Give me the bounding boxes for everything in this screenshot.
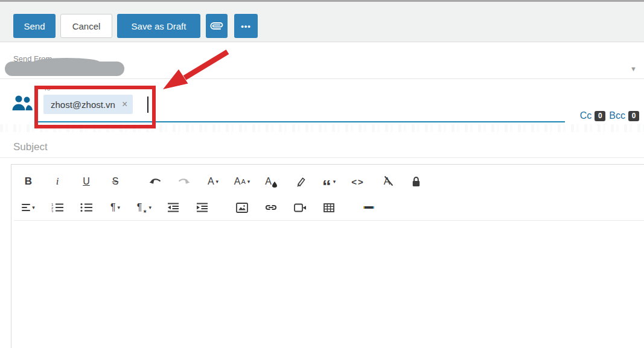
font-color-button[interactable]: A [259, 171, 283, 192]
indent-button[interactable] [190, 197, 214, 218]
font-size-icon: A [234, 176, 241, 187]
ellipsis-icon: ••• [241, 22, 251, 31]
send-button[interactable]: Send [13, 14, 56, 38]
align-icon [22, 204, 30, 211]
quote-button[interactable]: “▾ [317, 171, 341, 192]
underline-icon: U [83, 176, 90, 187]
link-icon [264, 204, 278, 211]
outdent-button[interactable] [161, 197, 185, 218]
format-toolbar-row2: ▾ 123 ¶▾ ¶★▾ [16, 197, 386, 218]
bold-button[interactable]: B [16, 171, 40, 192]
format-toolbar-row1: B i U S A▾ AA▾ A “▾ <> A [16, 171, 433, 192]
compose-window: Send Cancel Save as Draft ••• Send From … [0, 0, 644, 348]
cc-bcc-controls: Cc 0 Bcc 0 [580, 110, 639, 121]
attach-file-button[interactable] [206, 14, 228, 38]
redo-button[interactable] [172, 171, 196, 192]
paperclip-icon [208, 17, 225, 34]
text-cursor [147, 96, 148, 113]
image-icon [236, 203, 248, 213]
bcc-count-badge: 0 [628, 111, 639, 121]
cancel-button[interactable]: Cancel [60, 14, 112, 38]
to-label: To [43, 84, 51, 92]
insert-image-button[interactable] [230, 197, 254, 218]
insert-table-button[interactable] [317, 197, 341, 218]
save-as-draft-button[interactable]: Save as Draft [117, 14, 200, 38]
subject-input[interactable] [13, 139, 635, 156]
bcc-toggle[interactable]: Bcc [609, 110, 625, 121]
font-size-button[interactable]: AA▾ [230, 171, 254, 192]
italic-icon: i [56, 176, 59, 188]
outdent-icon [167, 203, 179, 212]
indent-icon [196, 203, 208, 212]
table-icon [324, 203, 334, 212]
undo-button[interactable] [143, 171, 167, 192]
people-icon [11, 94, 33, 112]
recipient-email: zhost@zhost.vn [51, 100, 115, 110]
highlighter-icon [294, 176, 306, 188]
subject-divider [0, 157, 644, 158]
align-button[interactable]: ▾ [16, 197, 40, 218]
caret-icon: ▾ [333, 179, 336, 185]
paragraph-direction-button[interactable]: ¶▾ [103, 197, 127, 218]
bullet-list-button[interactable] [74, 197, 98, 218]
font-family-button[interactable]: A▾ [201, 171, 225, 192]
italic-button[interactable]: i [45, 171, 69, 192]
font-size-small-icon: A [241, 178, 245, 185]
bold-icon: B [25, 176, 32, 188]
cc-toggle[interactable]: Cc [580, 110, 592, 121]
more-options-button[interactable]: ••• [234, 14, 258, 38]
underline-button[interactable]: U [74, 171, 98, 192]
bullet-list-icon [80, 203, 92, 212]
compose-toolbar: Send Cancel Save as Draft ••• [0, 0, 644, 42]
redacted-sender-address-blob [33, 58, 100, 66]
svg-text:3: 3 [51, 210, 54, 213]
insert-link-button[interactable] [259, 197, 283, 218]
ordered-list-icon: 123 [51, 203, 63, 212]
video-camera-icon [294, 203, 307, 212]
contacts-picker-button[interactable] [11, 94, 33, 115]
horizontal-rule-icon [363, 206, 374, 209]
caret-icon: ▾ [118, 204, 121, 210]
caret-icon: ▾ [32, 204, 35, 210]
caret-icon: ▾ [149, 204, 152, 210]
message-editor: B i U S A▾ AA▾ A “▾ <> A [11, 164, 644, 348]
font-family-icon: A [208, 176, 214, 187]
insert-code-button[interactable]: <> [346, 171, 370, 192]
cc-count-badge: 0 [595, 111, 605, 121]
recipient-chip[interactable]: zhost@zhost.vn × [43, 95, 133, 114]
undo-icon [148, 177, 162, 186]
strikethrough-button[interactable]: S [103, 171, 127, 192]
font-color-icon: A [265, 176, 272, 187]
paragraph-style-button[interactable]: ¶★▾ [132, 197, 156, 218]
caret-icon: ▾ [247, 179, 250, 185]
annotation-arrow [156, 46, 233, 96]
star-icon: ★ [142, 209, 147, 214]
lock-button[interactable] [404, 171, 428, 192]
strikethrough-icon: S [112, 176, 119, 187]
paragraph-icon: ¶ [110, 202, 116, 213]
code-icon: <> [351, 177, 365, 187]
insert-video-button[interactable] [288, 197, 312, 218]
horizontal-rule-button[interactable] [357, 197, 381, 218]
message-body-area[interactable] [11, 221, 644, 348]
sender-dropdown-icon[interactable]: ▼ [630, 65, 637, 72]
to-field-underline [38, 121, 565, 122]
paragraph-star-icon: ¶ [137, 202, 142, 213]
chip-close-icon[interactable]: × [122, 100, 127, 109]
clear-formatting-button[interactable]: A [375, 171, 399, 192]
lock-icon [412, 176, 421, 187]
send-from-divider [0, 78, 644, 79]
caret-icon: ▾ [216, 179, 219, 185]
redo-icon [177, 177, 191, 186]
color-drop-icon [272, 182, 277, 188]
highlight-button[interactable] [288, 171, 312, 192]
ordered-list-button[interactable]: 123 [45, 197, 69, 218]
watermark-texture [0, 124, 644, 132]
